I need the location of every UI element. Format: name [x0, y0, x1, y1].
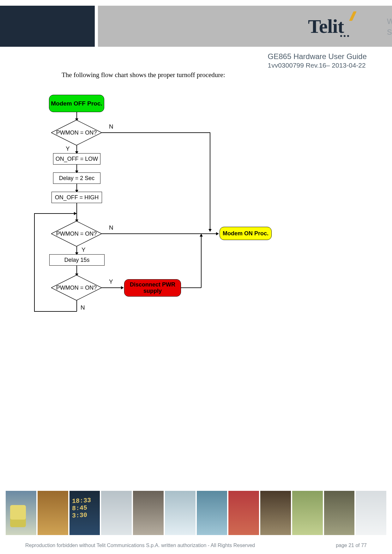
flow-decision-2-label: PWMON = ON?	[56, 231, 97, 237]
flow-start: Modem OFF Proc.	[49, 95, 104, 112]
flow-process-onoff-high: ON_OFF = HIGH	[51, 192, 102, 203]
flow-p3-label: ON_OFF = HIGH	[55, 194, 99, 201]
header-dark-block	[0, 6, 95, 47]
flow-p4-label: Delay 15s	[64, 257, 89, 263]
edge-d2-n: N	[109, 224, 113, 231]
thumb-icon	[6, 491, 36, 535]
flow-pwr-label-1: Disconnect PWR	[130, 282, 175, 288]
thumb-icon	[165, 491, 196, 535]
footer-page: page 21 of 77	[336, 543, 367, 548]
thumb-icon	[228, 491, 259, 535]
flow-p2-label: Delay = 2 Sec	[59, 175, 95, 182]
intro-text: The following flow chart shows the prope…	[62, 71, 225, 79]
thumb-icon	[260, 491, 291, 535]
thumb-icon	[133, 491, 164, 535]
edge-d1-y: Y	[66, 145, 70, 152]
edge-d3-y: Y	[109, 278, 113, 285]
flow-on-label: Modem ON Proc.	[223, 230, 268, 237]
header-grey-block: Telit wireless solutions	[98, 6, 392, 47]
edge-d1-n: N	[109, 123, 113, 130]
footer-image-strip	[0, 491, 392, 535]
footer-copyright: Reproduction forbidden without Telit Com…	[25, 543, 255, 548]
flow-process-delay-15s: Delay 15s	[49, 254, 105, 266]
flow-process-onoff-low: ON_OFF = LOW	[53, 153, 100, 165]
flow-decision-3: PWMON = ON?	[51, 275, 102, 300]
logo-accent-icon	[349, 11, 357, 21]
edge-d3-n: N	[81, 304, 85, 311]
document-meta: GE865 Hardware User Guide 1vv0300799 Rev…	[268, 52, 367, 69]
thumb-icon	[101, 491, 132, 535]
flow-decision-1-label: PWMON = ON?	[56, 129, 97, 136]
flow-decision-3-label: PWMON = ON?	[56, 285, 97, 291]
tagline-line1: wireless	[387, 15, 392, 26]
flow-pwr-label-2: supply	[143, 288, 162, 294]
flow-decision-1: PWMON = ON?	[51, 120, 102, 145]
tagline-line2: solutions	[387, 26, 392, 37]
document-revision: 1vv0300799 Rev.16– 2013-04-22	[268, 62, 367, 69]
document-title: GE865 Hardware User Guide	[268, 52, 367, 61]
thumb-icon	[356, 491, 386, 535]
flow-terminator-disconnect-pwr: Disconnect PWR supply	[124, 279, 181, 297]
flow-start-label: Modem OFF Proc.	[51, 100, 102, 107]
flow-terminator-modem-on: Modem ON Proc.	[220, 227, 272, 240]
flow-p1-label: ON_OFF = LOW	[56, 156, 98, 162]
flow-decision-2: PWMON = ON?	[51, 221, 102, 246]
logo-wordmark: Telit	[308, 15, 344, 38]
logo-tagline: wireless solutions	[387, 15, 392, 37]
thumb-icon	[197, 491, 227, 535]
thumb-icon	[292, 491, 323, 535]
edge-d2-y: Y	[81, 246, 86, 253]
flowchart: Modem OFF Proc. PWMON = ON? Y N ON_OFF =…	[32, 88, 291, 335]
header: Telit wireless solutions	[0, 6, 392, 47]
logo: Telit wireless solutions	[303, 12, 392, 40]
logo-mark: Telit	[303, 12, 379, 40]
logo-dots-icon	[340, 35, 349, 37]
thumb-icon	[69, 491, 100, 535]
thumb-icon	[38, 491, 68, 535]
thumb-icon	[324, 491, 355, 535]
footer: Reproduction forbidden without Telit Com…	[0, 543, 392, 548]
flow-process-delay-2s: Delay = 2 Sec	[53, 172, 100, 184]
